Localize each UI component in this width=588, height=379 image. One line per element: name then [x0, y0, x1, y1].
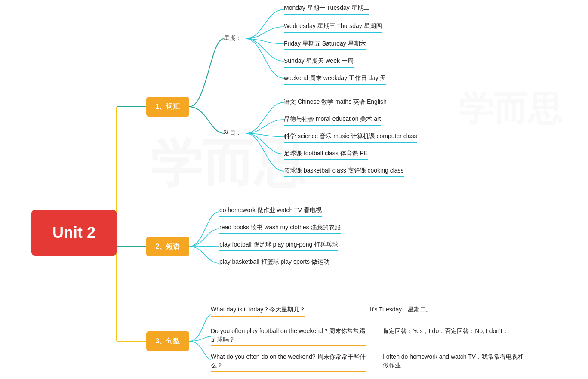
watermark: 学而思: [151, 129, 305, 199]
branch-phrases: 2、短语: [146, 237, 189, 256]
sentence-q3: What do you often do on the weekend? 周末你…: [211, 353, 366, 372]
vocab-item-10: 篮球课 basketball class 烹饪课 cooking class: [284, 167, 404, 177]
vocab-item-7: 品德与社会 moral education 美术 art: [284, 115, 381, 126]
sentence-q1: What day is it today？今天星期几？: [211, 305, 305, 317]
sentence-a2: 肯定回答：Yes，I do．否定回答：No, I don't．: [383, 327, 508, 337]
vocab-item-2: Wednesday 星期三 Thursday 星期四: [284, 22, 382, 33]
vocab-subjects-label: 科目：: [224, 129, 242, 137]
phrase-item-1: do homework 做作业 watch TV 看电视: [219, 206, 322, 217]
branch-sentences-label: 3、句型: [156, 337, 180, 346]
vocab-weekdays-label: 星期：: [224, 34, 242, 42]
vocab-item-6: 语文 Chinese 数学 maths 英语 English: [284, 98, 387, 108]
vocab-item-3: Friday 星期五 Saturday 星期六: [284, 40, 366, 50]
sentence-q2: Do you often play football on the weeken…: [211, 327, 366, 346]
unit-box: Unit 2: [31, 210, 117, 256]
phrase-item-3: play football 踢足球 play ping-pong 打乒乓球: [219, 241, 338, 251]
unit-label: Unit 2: [52, 224, 95, 242]
branch-phrases-label: 2、短语: [156, 242, 180, 251]
branch-vocab: 1、词汇: [146, 97, 189, 117]
vocab-item-1: Monday 星期一 Tuesday 星期二: [284, 4, 369, 15]
sentence-a1: It's Tuesday．星期二。: [370, 305, 432, 316]
vocab-item-8: 科学 science 音乐 music 计算机课 computer class: [284, 132, 417, 143]
branch-vocab-label: 1、词汇: [156, 102, 180, 111]
watermark2: 学而思: [459, 86, 562, 132]
branch-sentences: 3、句型: [146, 331, 189, 351]
vocab-item-5: weekend 周末 weekday 工作日 day 天: [284, 74, 386, 85]
vocab-item-4: Sunday 星期天 week 一周: [284, 57, 354, 68]
phrase-item-4: play basketball 打篮球 play sports 做运动: [219, 258, 329, 268]
vocab-item-9: 足球课 football class 体育课 PE: [284, 150, 368, 160]
sentence-a3: I often do homework and watch TV．我常常看电视和…: [383, 353, 529, 371]
phrase-item-2: read books 读书 wash my clothes 洗我的衣服: [219, 224, 341, 234]
